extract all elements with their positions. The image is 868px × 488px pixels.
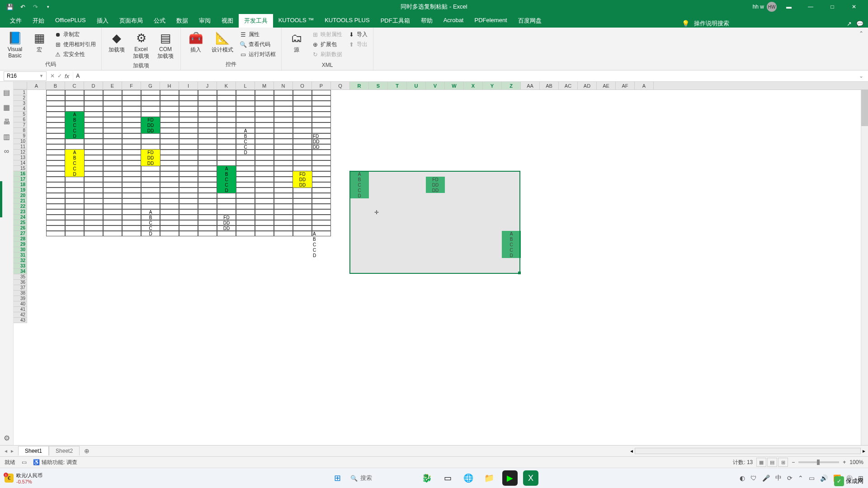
- formula-input[interactable]: A: [73, 71, 854, 81]
- cell-16-11[interactable]: B: [217, 171, 236, 177]
- save-icon[interactable]: 💾: [5, 1, 15, 12]
- ribbon-属性[interactable]: ☰属性: [238, 30, 278, 39]
- zoom-in-icon[interactable]: +: [843, 459, 846, 465]
- cell-27-16[interactable]: A: [312, 231, 331, 236]
- cell-13-3[interactable]: B: [65, 155, 84, 160]
- add-sheet-icon[interactable]: ⊕: [80, 447, 94, 455]
- ribbon-宏安全性[interactable]: ⚠宏安全性: [52, 50, 98, 59]
- tray-chevron-icon[interactable]: ⌃: [798, 474, 803, 482]
- cell-12-3[interactable]: A: [65, 150, 84, 155]
- sheet-tab-Sheet1[interactable]: Sheet1: [18, 446, 49, 455]
- tray-icon-2[interactable]: 🛡: [750, 474, 757, 482]
- cell-25-11[interactable]: DD: [217, 220, 236, 225]
- minimize-icon[interactable]: —: [801, 0, 820, 14]
- col-header-AB[interactable]: AB: [540, 82, 559, 89]
- col-header-Z[interactable]: Z: [502, 82, 521, 89]
- ribbon-设计模式[interactable]: 📐设计模式: [209, 29, 236, 56]
- row-header-18[interactable]: 18: [14, 182, 27, 188]
- hscroll-left-icon[interactable]: ◂: [630, 448, 633, 454]
- row-header-35[interactable]: 35: [14, 274, 27, 280]
- cell-23-7[interactable]: A: [141, 209, 160, 215]
- cell-9-16[interactable]: FD: [312, 133, 331, 139]
- row-header-29[interactable]: 29: [14, 242, 27, 247]
- cell-12-7[interactable]: FD: [141, 150, 160, 155]
- selection-handle[interactable]: [518, 272, 521, 274]
- cell-6-3[interactable]: B: [65, 117, 84, 122]
- cell-31-16[interactable]: D: [312, 253, 331, 258]
- col-header-H[interactable]: H: [160, 82, 179, 89]
- ribbon-使用相对引用[interactable]: ⊞使用相对引用: [52, 40, 98, 49]
- col-header-T[interactable]: T: [388, 82, 407, 89]
- ribbon-宏[interactable]: ▦宏: [28, 29, 51, 56]
- row-header-5[interactable]: 5: [14, 112, 27, 117]
- accessibility-status[interactable]: ♿ 辅助功能: 调查: [33, 459, 77, 466]
- tab-Acrobat[interactable]: Acrobat: [438, 14, 469, 28]
- cell-10-16[interactable]: DD: [312, 139, 331, 144]
- tab-百度网盘[interactable]: 百度网盘: [513, 14, 547, 28]
- tab-页面布局[interactable]: 页面布局: [114, 14, 148, 28]
- tray-ime-icon[interactable]: 中: [775, 474, 782, 482]
- view-normal-icon[interactable]: ▦: [756, 458, 766, 467]
- row-header-36[interactable]: 36: [14, 280, 27, 285]
- row-header-41[interactable]: 41: [14, 307, 27, 312]
- cell-19-11[interactable]: D: [217, 188, 236, 193]
- edge-icon[interactable]: 🌐: [461, 470, 476, 486]
- row-header-22[interactable]: 22: [14, 204, 27, 209]
- cell-6-7[interactable]: FD: [141, 117, 160, 122]
- comments-icon[interactable]: 💬: [856, 20, 863, 27]
- rail-icon-1[interactable]: ▤: [3, 88, 10, 97]
- row-header-30[interactable]: 30: [14, 247, 27, 253]
- cell-14-3[interactable]: C: [65, 160, 84, 166]
- row-header-27[interactable]: 27: [14, 231, 27, 236]
- start-icon[interactable]: ⊞: [330, 470, 345, 486]
- col-header-V[interactable]: V: [426, 82, 445, 89]
- spreadsheet-grid[interactable]: ABCDEFGHIJKLMNOPQRSTUVWXYZAAABACADAEAFA …: [14, 82, 868, 445]
- cell-8-7[interactable]: DD: [141, 128, 160, 133]
- tab-KUTOOLS PLUS[interactable]: KUTOOLS PLUS: [319, 14, 375, 28]
- cell-12-12[interactable]: D: [236, 150, 255, 155]
- cell-7-3[interactable]: C: [65, 122, 84, 128]
- col-header-E[interactable]: E: [103, 82, 122, 89]
- share-icon[interactable]: ↗: [847, 20, 852, 27]
- col-header-M[interactable]: M: [255, 82, 274, 89]
- ribbon-扩展包[interactable]: ⊕扩展包: [310, 40, 344, 49]
- ribbon-options-icon[interactable]: ▬: [779, 0, 798, 14]
- terminal-icon[interactable]: ▶: [502, 470, 518, 486]
- row-header-21[interactable]: 21: [14, 198, 27, 204]
- sheet-nav-first-icon[interactable]: ◂: [5, 448, 7, 454]
- row-header-12[interactable]: 12: [14, 150, 27, 155]
- excel-icon[interactable]: X: [523, 470, 538, 486]
- rail-icon-2[interactable]: ▦: [3, 103, 10, 112]
- cell-5-3[interactable]: A: [65, 112, 84, 117]
- macro-icon[interactable]: ▭: [22, 459, 27, 465]
- avatar[interactable]: HW: [767, 2, 777, 12]
- explorer-icon[interactable]: 📁: [481, 470, 497, 486]
- tray-icon-1[interactable]: ◐: [740, 474, 745, 482]
- cell-8-12[interactable]: A: [236, 128, 255, 133]
- col-header-W[interactable]: W: [445, 82, 464, 89]
- cell-29-16[interactable]: C: [312, 242, 331, 247]
- gear-icon[interactable]: ⚙: [4, 434, 10, 442]
- row-header-40[interactable]: 40: [14, 301, 27, 307]
- cell-24-7[interactable]: B: [141, 215, 160, 220]
- row-header-39[interactable]: 39: [14, 296, 27, 301]
- row-header-43[interactable]: 43: [14, 318, 27, 323]
- tray-mic-icon[interactable]: 🎤: [762, 474, 770, 482]
- app-1-icon[interactable]: 🐉: [419, 470, 434, 486]
- fx-icon[interactable]: fx: [65, 73, 69, 80]
- ribbon-源[interactable]: 🗂源: [285, 29, 308, 56]
- tab-KUTOOLS ™[interactable]: KUTOOLS ™: [273, 14, 320, 28]
- tab-PDF工具箱[interactable]: PDF工具箱: [375, 14, 415, 28]
- col-header-I[interactable]: I: [179, 82, 198, 89]
- col-header-AA[interactable]: AA: [521, 82, 540, 89]
- row-header-6[interactable]: 6: [14, 117, 27, 122]
- zoom-value[interactable]: 100%: [849, 459, 863, 465]
- row-header-42[interactable]: 42: [14, 312, 27, 318]
- col-header-N[interactable]: N: [274, 82, 293, 89]
- col-header-Q[interactable]: Q: [331, 82, 350, 89]
- expand-formula-icon[interactable]: ⌄: [854, 73, 868, 79]
- user-name[interactable]: hh w: [753, 4, 764, 10]
- row-header-28[interactable]: 28: [14, 236, 27, 242]
- taskbar-widget[interactable]: 1€ 欧元/人民币 -0.57%: [5, 472, 42, 484]
- col-header-S[interactable]: S: [369, 82, 388, 89]
